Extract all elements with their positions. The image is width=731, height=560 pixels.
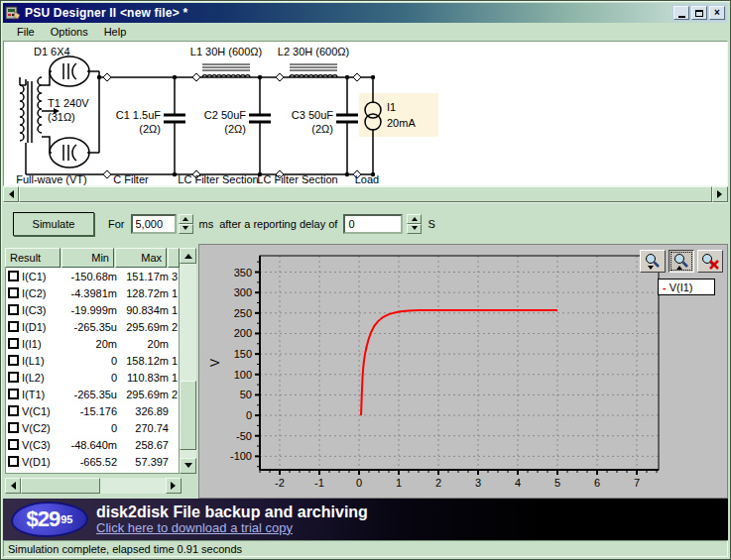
series-tooltip-label: V(I1) xyxy=(670,281,693,293)
result-checkbox[interactable] xyxy=(8,372,19,383)
table-row[interactable]: V(I1)-48.640m258.67 xyxy=(6,470,179,474)
delay-down-button[interactable] xyxy=(407,224,422,234)
l1-label: L1 30H (600Ω) xyxy=(190,46,262,57)
delay-up-button[interactable] xyxy=(407,214,422,224)
result-min: -15.176 xyxy=(65,405,117,417)
table-row[interactable]: I(C1)-150.68m151.17m3 xyxy=(6,268,179,284)
series-line xyxy=(361,310,557,415)
for-label: For xyxy=(108,218,125,230)
result-max: 90.834m xyxy=(117,304,169,316)
result-checkbox[interactable] xyxy=(8,389,19,399)
result-extra: 1 xyxy=(169,304,179,316)
results-hscrollbar[interactable] xyxy=(5,478,182,494)
result-max: 258.67 xyxy=(117,473,169,475)
result-checkbox[interactable] xyxy=(8,355,19,366)
scroll-thumb[interactable] xyxy=(180,381,196,451)
result-max: 57.397 xyxy=(117,456,169,468)
result-min: -665.52 xyxy=(65,456,117,468)
header-result[interactable]: Result xyxy=(5,248,61,268)
voltage-plot[interactable]: -100-50050100150200250300350-2-101234567… xyxy=(199,245,731,498)
result-extra: 3 xyxy=(169,271,179,282)
header-min[interactable]: Min xyxy=(61,248,114,268)
chart-panel: -100-50050100150200250300350-2-101234567… xyxy=(198,244,728,499)
result-max: 295.69m xyxy=(117,321,169,333)
result-min: -19.999m xyxy=(65,304,117,316)
right-arrow-icon xyxy=(717,190,726,198)
header-sliver xyxy=(168,248,180,268)
table-row[interactable]: I(T1)-265.35u295.69m2 xyxy=(6,386,179,402)
delay-input[interactable] xyxy=(343,214,403,234)
table-row[interactable]: I(C2)-4.3981m128.72m1 xyxy=(6,284,179,301)
close-button[interactable]: × xyxy=(709,6,725,20)
magnifier-x-icon xyxy=(701,253,719,271)
maximize-button[interactable] xyxy=(691,6,707,20)
series-tooltip: - V(I1) xyxy=(658,279,715,295)
table-row[interactable]: I(I1)20m20m xyxy=(6,335,179,352)
window-title: PSU Designer II <new file> * xyxy=(25,6,187,20)
zoom-cancel-button[interactable] xyxy=(697,250,723,273)
simulate-button[interactable]: Simulate xyxy=(13,212,94,236)
header-max[interactable]: Max xyxy=(115,248,167,268)
result-checkbox[interactable] xyxy=(8,422,19,433)
table-row[interactable]: I(C3)-19.999m90.834m1 xyxy=(6,301,179,318)
minimize-button[interactable] xyxy=(673,6,689,20)
duration-up-button[interactable] xyxy=(179,214,193,224)
table-row[interactable]: V(C2)0270.74 xyxy=(6,419,179,436)
menu-options[interactable]: Options xyxy=(43,24,96,40)
scroll-track[interactable] xyxy=(180,264,196,458)
up-arrow-icon xyxy=(184,250,192,259)
table-row[interactable]: V(D1)-665.5257.397 xyxy=(6,453,179,470)
result-checkbox[interactable] xyxy=(8,271,19,281)
result-max: 295.69m xyxy=(117,389,169,400)
result-checkbox[interactable] xyxy=(8,338,19,349)
schematic-panel[interactable]: D1 6X4 T1 240V (31Ω) C1 1.5uF (2Ω) L1 30… xyxy=(3,41,728,186)
result-checkbox[interactable] xyxy=(8,304,19,315)
section-label-lc1: LC Filter Section xyxy=(178,173,258,185)
result-checkbox[interactable] xyxy=(8,456,19,467)
x-tick-label: 3 xyxy=(475,477,481,489)
zoom-in-button[interactable] xyxy=(669,250,694,273)
table-row[interactable]: I(L2)0110.83m1 xyxy=(6,369,179,386)
scroll-left-button[interactable] xyxy=(5,478,21,494)
results-vscrollbar[interactable] xyxy=(180,248,196,474)
duration-spinbox xyxy=(131,214,193,234)
scroll-down-button[interactable] xyxy=(180,458,196,474)
menu-file[interactable]: File xyxy=(9,24,43,40)
menu-help[interactable]: Help xyxy=(96,24,135,40)
scroll-track[interactable] xyxy=(21,478,166,494)
table-row[interactable]: V(C3)-48.640m258.67 xyxy=(6,436,179,453)
schematic-hscrollbar[interactable] xyxy=(3,186,728,202)
ad-banner[interactable]: $2995 disk2disk File backup and archivin… xyxy=(3,499,728,540)
scroll-right-button[interactable] xyxy=(712,186,728,202)
scroll-track[interactable] xyxy=(19,186,712,202)
table-row[interactable]: I(D1)-265.35u295.69m2 xyxy=(6,318,179,335)
scroll-thumb[interactable] xyxy=(21,478,100,494)
scroll-left-button[interactable] xyxy=(3,186,19,202)
series-color-dash: - xyxy=(663,281,667,293)
scroll-up-button[interactable] xyxy=(180,248,196,264)
duration-input[interactable] xyxy=(131,214,177,234)
result-max: 258.67 xyxy=(117,439,169,451)
result-name: I(C1) xyxy=(22,271,46,282)
table-row[interactable]: I(L1)0158.12m1 xyxy=(6,352,179,369)
result-name: I(L1) xyxy=(22,355,45,367)
result-checkbox[interactable] xyxy=(8,287,19,298)
result-checkbox[interactable] xyxy=(8,439,19,450)
scroll-right-button[interactable] xyxy=(166,478,182,494)
table-row[interactable]: V(C1)-15.176326.89 xyxy=(6,402,179,419)
ad-download-link[interactable]: Click here to download a trial copy xyxy=(96,521,368,535)
section-label-cfilter: C Filter xyxy=(113,173,149,185)
section-label-fullwave: Full-wave (VT) xyxy=(16,173,87,185)
result-checkbox[interactable] xyxy=(8,405,19,416)
maximize-icon xyxy=(695,10,703,17)
zoom-out-button[interactable] xyxy=(640,250,666,273)
result-max: 270.74 xyxy=(117,422,169,434)
result-checkbox[interactable] xyxy=(8,473,19,474)
results-panel: Result Min Max I(C1)-150.68m151.17m3I(C2… xyxy=(3,244,198,499)
result-max: 110.83m xyxy=(117,372,169,384)
result-name: V(I1) xyxy=(22,473,46,475)
result-checkbox[interactable] xyxy=(8,321,19,332)
duration-down-button[interactable] xyxy=(179,224,193,234)
scroll-thumb[interactable] xyxy=(19,186,712,202)
delay-spinbox xyxy=(343,214,422,234)
